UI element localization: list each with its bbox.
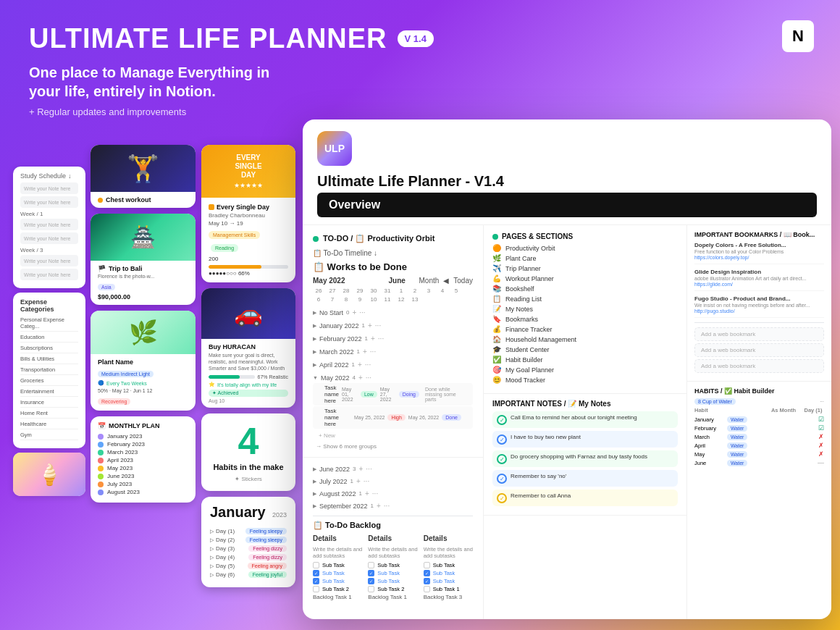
habit-month-row: May Water ✗ bbox=[694, 450, 824, 458]
app-header: ULP Ultimate Life Planner - V1.4 Overvie… bbox=[303, 119, 831, 225]
note-line-2[interactable]: Write your Note here bbox=[20, 196, 78, 208]
january-year: 2023 bbox=[272, 511, 287, 518]
note-line-4[interactable]: Write your Note here bbox=[20, 232, 78, 244]
subtask: Sub Task bbox=[368, 562, 417, 568]
workout-label: Chest workout bbox=[91, 192, 196, 208]
jan-row: ▷Day (6) Feeling joyful bbox=[210, 571, 287, 578]
subtask: ✓Sub Task bbox=[368, 578, 417, 584]
bookmark-name: Glide Design Inspiration bbox=[694, 269, 824, 275]
january-card: January 2023 ▷Day (1) Feeling sleepy ▷Da… bbox=[201, 497, 295, 587]
page-item[interactable]: ✅Habit Builder bbox=[492, 356, 678, 364]
page-item[interactable]: 😊Mood Tracker bbox=[492, 376, 678, 384]
page-item[interactable]: 📚Bookshelf bbox=[492, 285, 678, 293]
pages-title: PAGES & SECTIONS bbox=[492, 232, 678, 240]
bali-price: $90,000.00 bbox=[98, 293, 188, 301]
bookmark-url: https://glide.com/ bbox=[694, 282, 824, 287]
month-group: ▶April 20221 +··· bbox=[313, 359, 473, 370]
page-item[interactable]: ✈️Trip Planner bbox=[492, 264, 678, 272]
note-line-5[interactable]: Write your Note here bbox=[20, 255, 78, 266]
month-group: ▶February 20221 +··· bbox=[313, 333, 473, 344]
backlog-item: Backlog Task 1 bbox=[313, 594, 362, 600]
note-line-3[interactable]: Write your Note here bbox=[20, 219, 78, 230]
page-item[interactable]: 🟠Productivity Orbit bbox=[492, 244, 678, 252]
backlog-desc: Write the details and add subtasks bbox=[313, 546, 362, 559]
bali-info: 🏴 Trip to Bali Florence is the photo-w..… bbox=[91, 261, 196, 305]
page-item[interactable]: 🔖Bookmarks bbox=[492, 315, 678, 323]
backlog-item: Backlog Task 1 bbox=[368, 594, 417, 600]
bali-title: 🏴 Trip to Bali bbox=[98, 265, 188, 272]
note-item: ✓ I have to buy two new plant bbox=[492, 431, 678, 448]
esd-header: EVERYSINGLEDAY ★★★★★ bbox=[201, 145, 295, 198]
workout-img: 🏋️ bbox=[91, 145, 196, 192]
expense-title: Expense Categories bbox=[20, 298, 78, 313]
show-more[interactable]: → Show 6 more groups bbox=[313, 442, 473, 451]
monthly-row: July 2023 bbox=[98, 481, 188, 487]
week-label-1: Week / 1 bbox=[20, 211, 78, 217]
task-group-apr: ▶April 20221 +··· bbox=[313, 359, 473, 370]
page-item[interactable]: 📝My Notes bbox=[492, 305, 678, 313]
backlog-col-3: Details Write the details and add subtas… bbox=[424, 534, 473, 602]
car-info: Buy HURACAN Make sure your goal is direc… bbox=[201, 339, 295, 408]
note-line-1[interactable]: Write your Note here bbox=[20, 182, 78, 194]
bookmark-desc: We insist on not having meetings before … bbox=[694, 302, 824, 308]
esd-card: EVERYSINGLEDAY ★★★★★ Every Single Day Br… bbox=[201, 145, 295, 282]
car-tag-achieved: ✦ Achieved bbox=[209, 390, 288, 397]
habits-title: HABITS / ✅ Habit Builder bbox=[694, 387, 824, 395]
page-item[interactable]: 📋Reading List bbox=[492, 295, 678, 303]
add-bookmark-1[interactable]: Add a web bookmark bbox=[694, 327, 824, 341]
schedule-badge: 🔵Every Two Weeks bbox=[98, 380, 188, 386]
page-item[interactable]: 🎓Student Center bbox=[492, 345, 678, 353]
note-line-6[interactable]: Write your Note here bbox=[20, 269, 78, 280]
month-group-jul: ▶July 20221 +··· bbox=[313, 476, 473, 487]
note-text: Do grocery shopping with Farnaz and buy … bbox=[511, 453, 647, 461]
monthly-row: January 2023 bbox=[98, 433, 188, 440]
bookmark-url: https://colors.dopely.top/ bbox=[694, 255, 824, 260]
app-logo: ULP bbox=[317, 131, 352, 166]
add-bookmark-3[interactable]: Add a web bookmark bbox=[694, 359, 824, 373]
monthly-row: April 2023 bbox=[98, 457, 188, 463]
add-bookmark-2[interactable]: Add a web bookmark bbox=[694, 343, 824, 357]
page-item[interactable]: 💪Workout Planner bbox=[492, 274, 678, 282]
page-header: ULTIMATE LIFE PLANNER V 1.4 One place to… bbox=[0, 0, 840, 132]
page-item[interactable]: 💰Finance Tracker bbox=[492, 325, 678, 333]
habits-section-right: HABITS / ✅ Habit Builder 8 Cup of Water … bbox=[687, 382, 831, 619]
sep-line bbox=[313, 516, 473, 516]
page-item[interactable]: 🌿Plant Care bbox=[492, 254, 678, 262]
esd-pct: ●●●●●○○○ 66% bbox=[209, 270, 288, 277]
timeline-label: 📋 To-Do Timeline ↓ bbox=[313, 249, 473, 257]
new-label[interactable]: + New bbox=[313, 431, 473, 440]
monthly-plan-card: 📅 MONTHLY PLAN January 2023 February 202… bbox=[91, 416, 196, 503]
car-date: Aug 10 bbox=[209, 398, 288, 403]
habit-month-row: February Water ☑ bbox=[694, 424, 824, 432]
page-item[interactable]: 🎯My Goal Planner bbox=[492, 366, 678, 374]
cal-dates: 262728 293031 123 456 789 101112 13 bbox=[313, 287, 473, 303]
study-schedule-card: Study Schedule ↓ Write your Note here Wr… bbox=[13, 167, 85, 288]
esd-book-title: Every Single Day bbox=[209, 203, 288, 211]
esd-stars: ★★★★★ bbox=[234, 182, 263, 189]
note-item: ✓ Do grocery shopping with Farnaz and bu… bbox=[492, 450, 678, 467]
overview-bar: Overview bbox=[317, 193, 817, 217]
app-logo-row: ULP bbox=[317, 131, 817, 166]
page-item[interactable]: 🏠Household Management bbox=[492, 335, 678, 343]
ice-cream-img: 🍦 bbox=[13, 453, 85, 496]
car-pct-label: 67% Realistic bbox=[258, 374, 288, 379]
jan-row: ▷Day (4) Feeling dizzy bbox=[210, 554, 287, 560]
esd-dates: May 10 → 19 bbox=[209, 220, 288, 227]
month-group: ▶No Start0 +··· bbox=[313, 307, 473, 318]
title-row: ULTIMATE LIFE PLANNER V 1.4 bbox=[29, 23, 811, 54]
esd-tag-reading: Reading bbox=[211, 244, 238, 252]
note-item: ✓ Call Ema to remind her about our tonig… bbox=[492, 411, 678, 428]
note-text: Remember to call Anna bbox=[511, 492, 571, 500]
cal-months: May 2022 June bbox=[313, 277, 406, 285]
car-pct-bar bbox=[209, 375, 255, 379]
note-check: ✓ bbox=[497, 493, 507, 503]
backlog-title: 📋 To-Do Backlog bbox=[313, 521, 473, 530]
month-group-jun: ▶June 20223 +··· bbox=[313, 463, 473, 474]
main-content: TO-DO / 📋 Productivity Orbit 📋 To-Do Tim… bbox=[303, 225, 484, 619]
main-title: ULTIMATE LIFE PLANNER bbox=[29, 23, 387, 54]
app-sidebar: PAGES & SECTIONS 🟠Productivity Orbit 🌿Pl… bbox=[484, 225, 686, 619]
category-dot bbox=[98, 198, 103, 203]
ice-cream-card: 🍦 bbox=[13, 453, 85, 496]
green-dot bbox=[313, 236, 319, 242]
pages-section: PAGES & SECTIONS 🟠Productivity Orbit 🌿Pl… bbox=[484, 225, 686, 394]
